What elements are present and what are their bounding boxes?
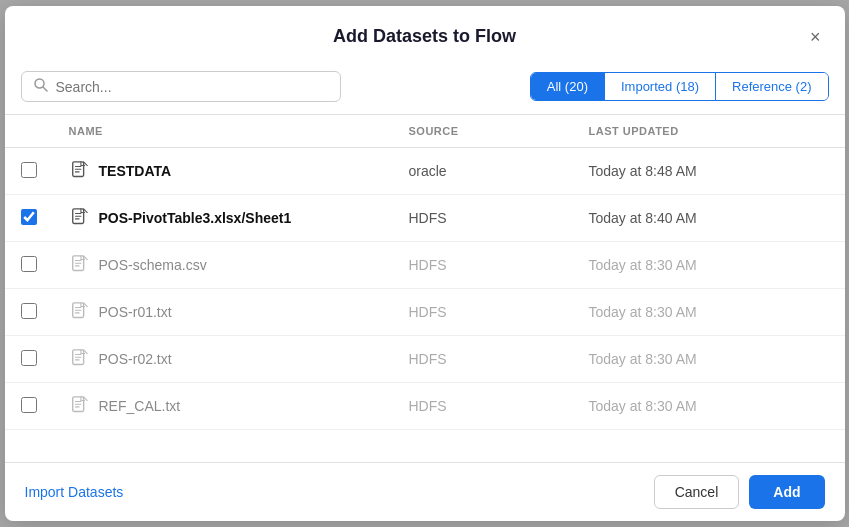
row-name-text: POS-r02.txt <box>99 351 172 367</box>
row-updated-cell: Today at 8:30 AM <box>573 289 845 336</box>
table-header-row: NAME SOURCE LAST UPDATED <box>5 115 845 148</box>
row-name-wrapper: POS-schema.csv <box>69 254 377 276</box>
modal-overlay: Add Datasets to Flow × All (20) Imported… <box>0 0 849 527</box>
modal-title: Add Datasets to Flow <box>333 26 516 47</box>
row-updated-text: Today at 8:30 AM <box>589 304 697 320</box>
row-name-cell: POS-PivotTable3.xlsx/Sheet1 <box>53 195 393 242</box>
row-checkbox-cell <box>5 289 53 336</box>
row-name-wrapper: POS-r01.txt <box>69 301 377 323</box>
row-checkbox[interactable] <box>21 350 37 366</box>
modal-footer: Import Datasets Cancel Add <box>5 462 845 521</box>
row-source-cell: HDFS <box>393 289 573 336</box>
row-updated-text: Today at 8:30 AM <box>589 351 697 367</box>
row-source-text: HDFS <box>409 257 447 273</box>
filter-tabs: All (20) Imported (18) Reference (2) <box>530 72 829 101</box>
row-source-text: HDFS <box>409 210 447 226</box>
row-checkbox-cell <box>5 148 53 195</box>
row-updated-text: Today at 8:30 AM <box>589 257 697 273</box>
table-container: NAME SOURCE LAST UPDATED TESTDATAoracleT… <box>5 114 845 462</box>
row-updated-cell: Today at 8:30 AM <box>573 383 845 430</box>
dialog: Add Datasets to Flow × All (20) Imported… <box>5 6 845 521</box>
footer-actions: Cancel Add <box>654 475 825 509</box>
row-updated-text: Today at 8:40 AM <box>589 210 697 226</box>
col-header-check <box>5 115 53 148</box>
row-name-text: POS-r01.txt <box>99 304 172 320</box>
row-name-cell: REF_CAL.txt <box>53 383 393 430</box>
filter-tab-all[interactable]: All (20) <box>531 73 605 100</box>
svg-line-1 <box>43 87 47 91</box>
import-datasets-link[interactable]: Import Datasets <box>25 484 124 500</box>
row-source-text: HDFS <box>409 398 447 414</box>
row-name-text: REF_CAL.txt <box>99 398 181 414</box>
filter-tab-imported[interactable]: Imported (18) <box>605 73 716 100</box>
table-row: POS-schema.csvHDFSToday at 8:30 AM <box>5 242 845 289</box>
file-icon <box>69 207 91 229</box>
file-icon <box>69 301 91 323</box>
file-icon <box>69 395 91 417</box>
row-name-cell: POS-schema.csv <box>53 242 393 289</box>
row-checkbox-cell <box>5 383 53 430</box>
row-name-text: POS-PivotTable3.xlsx/Sheet1 <box>99 210 292 226</box>
row-checkbox[interactable] <box>21 397 37 413</box>
table-row: POS-r01.txtHDFSToday at 8:30 AM <box>5 289 845 336</box>
row-source-cell: oracle <box>393 148 573 195</box>
row-updated-cell: Today at 8:40 AM <box>573 195 845 242</box>
row-name-cell: TESTDATA <box>53 148 393 195</box>
row-updated-cell: Today at 8:48 AM <box>573 148 845 195</box>
search-box <box>21 71 341 102</box>
file-icon <box>69 254 91 276</box>
modal-header: Add Datasets to Flow × <box>5 6 845 63</box>
row-source-text: HDFS <box>409 304 447 320</box>
col-header-name: NAME <box>53 115 393 148</box>
row-updated-cell: Today at 8:30 AM <box>573 336 845 383</box>
table-row: POS-r02.txtHDFSToday at 8:30 AM <box>5 336 845 383</box>
col-header-source: SOURCE <box>393 115 573 148</box>
search-icon <box>34 78 48 95</box>
row-updated-text: Today at 8:48 AM <box>589 163 697 179</box>
row-checkbox-cell <box>5 242 53 289</box>
row-checkbox-cell <box>5 336 53 383</box>
row-source-text: HDFS <box>409 351 447 367</box>
row-checkbox-cell <box>5 195 53 242</box>
modal-toolbar: All (20) Imported (18) Reference (2) <box>5 63 845 114</box>
row-source-cell: HDFS <box>393 195 573 242</box>
col-header-updated: LAST UPDATED <box>573 115 845 148</box>
row-source-cell: HDFS <box>393 383 573 430</box>
cancel-button[interactable]: Cancel <box>654 475 740 509</box>
row-name-wrapper: TESTDATA <box>69 160 377 182</box>
row-source-text: oracle <box>409 163 447 179</box>
add-button[interactable]: Add <box>749 475 824 509</box>
row-name-text: TESTDATA <box>99 163 172 179</box>
row-checkbox[interactable] <box>21 209 37 225</box>
search-input[interactable] <box>56 79 328 95</box>
file-icon <box>69 348 91 370</box>
datasets-table: NAME SOURCE LAST UPDATED TESTDATAoracleT… <box>5 115 845 430</box>
row-source-cell: HDFS <box>393 242 573 289</box>
row-name-cell: POS-r01.txt <box>53 289 393 336</box>
table-row: TESTDATAoracleToday at 8:48 AM <box>5 148 845 195</box>
row-checkbox[interactable] <box>21 256 37 272</box>
row-name-wrapper: REF_CAL.txt <box>69 395 377 417</box>
file-icon <box>69 160 91 182</box>
row-updated-text: Today at 8:30 AM <box>589 398 697 414</box>
row-checkbox[interactable] <box>21 303 37 319</box>
row-name-cell: POS-r02.txt <box>53 336 393 383</box>
row-name-text: POS-schema.csv <box>99 257 207 273</box>
row-name-wrapper: POS-PivotTable3.xlsx/Sheet1 <box>69 207 377 229</box>
table-row: POS-PivotTable3.xlsx/Sheet1HDFSToday at … <box>5 195 845 242</box>
row-checkbox[interactable] <box>21 162 37 178</box>
row-source-cell: HDFS <box>393 336 573 383</box>
row-updated-cell: Today at 8:30 AM <box>573 242 845 289</box>
close-button[interactable]: × <box>806 24 825 50</box>
filter-tab-reference[interactable]: Reference (2) <box>716 73 827 100</box>
table-row: REF_CAL.txtHDFSToday at 8:30 AM <box>5 383 845 430</box>
row-name-wrapper: POS-r02.txt <box>69 348 377 370</box>
